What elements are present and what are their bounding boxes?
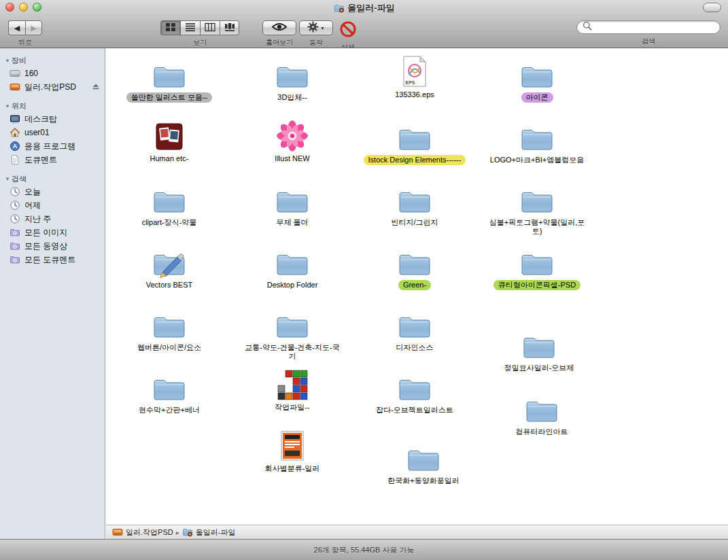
title-bar[interactable]: 올일러-파일 (0, 0, 728, 15)
search-input[interactable] (595, 23, 714, 31)
file-item[interactable]: LOGO+마크+BI+엠블럼모음 (483, 122, 591, 165)
minimize-button[interactable] (19, 3, 28, 12)
eject-button[interactable] (91, 82, 101, 93)
file-item[interactable]: 웹버튼/아이콘/요소 (115, 309, 224, 353)
sidebar-item[interactable]: 일러.작업PSD (0, 80, 105, 94)
sidebar-item[interactable]: 오늘 (0, 185, 105, 198)
file-item[interactable]: clipart-장식-약물 (115, 184, 224, 228)
quicklook-button[interactable] (262, 20, 296, 35)
sidebar-item-label: 도큐멘트 (24, 154, 57, 166)
view-group: 보기 (160, 20, 239, 48)
back-arrow-icon: ◀ (14, 24, 20, 32)
sidebar-item[interactable]: 어제 (0, 198, 105, 212)
file-label: 정밀묘사일러-오브제 (485, 363, 593, 373)
file-item[interactable]: Green- (360, 247, 469, 290)
file-item[interactable]: 컴퓨터라인아트 (487, 393, 596, 437)
file-item[interactable]: Istock Design Elements------ (360, 122, 469, 165)
sidebar-item-label: user01 (24, 128, 50, 137)
sidebar-item[interactable]: 도큐멘트 (0, 153, 105, 167)
file-item[interactable]: 디자인소스 (360, 309, 469, 353)
forward-button[interactable]: ▶ (25, 20, 42, 35)
sidebar-sections: ▼장비160일러.작업PSD▼위치데스크탑user01A응용 프로그램도큐멘트▼… (0, 54, 105, 266)
file-item[interactable]: 아이콘 (483, 59, 591, 103)
path-bar: 일러.작업PSD▸올일러-파일 (106, 525, 728, 539)
zoom-button[interactable] (33, 3, 41, 12)
back-button[interactable]: ◀ (8, 20, 25, 35)
svg-text:EPS: EPS (406, 80, 415, 85)
toolbar-toggle-pill[interactable] (703, 3, 721, 12)
column-view-button[interactable] (200, 20, 220, 35)
file-item[interactable]: 교통-약도-건물-건축-지도-국기 (238, 309, 347, 362)
file-grid[interactable]: 쓸만한 일러스트 모음--3D입체--EPS135336.eps아이콘Human… (106, 48, 728, 525)
sidebar-item[interactable]: 모든 동영상 (0, 239, 105, 253)
harddisk-icon (10, 68, 21, 79)
window-title-group: 올일러-파일 (333, 2, 394, 14)
file-label: 현수막+간판+베너 (115, 405, 224, 415)
navigation-buttons: ◀ ▶ (8, 20, 42, 35)
folder-lock-icon (333, 3, 344, 14)
smart-icon (10, 227, 21, 238)
apps-icon: A (10, 141, 21, 152)
sidebar-item-label: 일러.작업PSD (24, 82, 76, 93)
file-item[interactable]: 큐티형아이콘픽셀-PSD (483, 247, 591, 290)
sidebar-item[interactable]: 데스크탑 (0, 112, 105, 126)
file-label: 컴퓨터라인아트 (487, 427, 596, 437)
file-label: 잡다-오브젝트일러스트 (360, 405, 469, 415)
back-label: 뒤로 (8, 38, 42, 48)
list-view-icon (185, 22, 196, 34)
file-item[interactable]: 3D입체-- (238, 59, 347, 103)
traffic-lights (5, 3, 41, 12)
sidebar-section-header[interactable]: ▼장비 (0, 54, 105, 67)
blocks-icon (238, 369, 347, 400)
file-item[interactable]: 심볼+픽토그램+약물(일러,포토) (483, 184, 591, 237)
search-field[interactable] (576, 20, 721, 34)
finder-window: 올일러-파일 ◀ ▶ 뒤로 (0, 0, 728, 560)
coverflow-view-button[interactable] (220, 20, 239, 35)
disclosure-triangle-icon[interactable]: ▼ (5, 176, 10, 182)
file-item[interactable]: EPS135336.eps (360, 56, 469, 100)
file-item[interactable]: 잡다-오브젝트일러스트 (360, 372, 469, 415)
close-button[interactable] (5, 3, 14, 12)
file-item[interactable]: 빈티지/그런지 (360, 184, 469, 228)
eps-icon: EPS (360, 56, 469, 88)
file-label: 디자인소스 (360, 343, 469, 353)
delete-group: 삭제 (337, 20, 359, 52)
file-item[interactable]: 현수막+간판+베너 (115, 372, 224, 415)
sidebar-item[interactable]: A응용 프로그램 (0, 139, 105, 153)
disclosure-triangle-icon[interactable]: ▼ (5, 103, 10, 109)
pathbar-item[interactable]: 일러.작업PSD (112, 527, 173, 538)
sidebar-item[interactable]: 지난 주 (0, 212, 105, 226)
clock-icon (10, 213, 21, 224)
file-item[interactable]: Illust NEW (238, 120, 347, 164)
action-button[interactable]: ▼ (299, 20, 333, 35)
file-label: 작업파일-- (238, 402, 347, 413)
file-item[interactable]: 작업파일-- (238, 369, 347, 413)
pathbar-item[interactable]: 올일러-파일 (182, 527, 236, 538)
file-item[interactable]: 회사별분류-일러 (238, 430, 347, 474)
sidebar-section-header[interactable]: ▼검색 (0, 173, 105, 185)
list-view-button[interactable] (180, 20, 200, 35)
file-item[interactable]: Vectors BEST (115, 247, 224, 290)
forward-arrow-icon: ▶ (31, 24, 36, 32)
sidebar-section-header[interactable]: ▼위치 (0, 100, 105, 112)
disclosure-triangle-icon[interactable]: ▼ (5, 58, 10, 64)
file-item[interactable]: 쓸만한 일러스트 모음-- (115, 59, 224, 103)
delete-button[interactable] (339, 20, 357, 40)
icon-view-button[interactable] (160, 20, 180, 35)
file-label: 3D입체-- (238, 92, 347, 103)
sidebar-item[interactable]: 160 (0, 67, 105, 80)
column-view-icon (205, 22, 215, 34)
folder-icon (238, 184, 347, 215)
file-item[interactable]: 정밀묘사일러-오브제 (485, 330, 593, 373)
file-item[interactable]: 무제 폴더 (238, 184, 347, 228)
folder-icon (115, 59, 224, 90)
file-item[interactable]: 한국화+동양화풍일러 (369, 442, 478, 486)
sidebar-item[interactable]: 모든 이미지 (0, 226, 105, 239)
sidebar-item[interactable]: 모든 도큐멘트 (0, 253, 105, 266)
file-item[interactable]: Desktop Folder (238, 247, 347, 290)
file-item[interactable]: Human etc- (115, 120, 224, 164)
clock-icon (10, 200, 21, 211)
folder-icon (360, 247, 469, 278)
folder-icon (360, 184, 469, 215)
sidebar-item[interactable]: user01 (0, 126, 105, 139)
